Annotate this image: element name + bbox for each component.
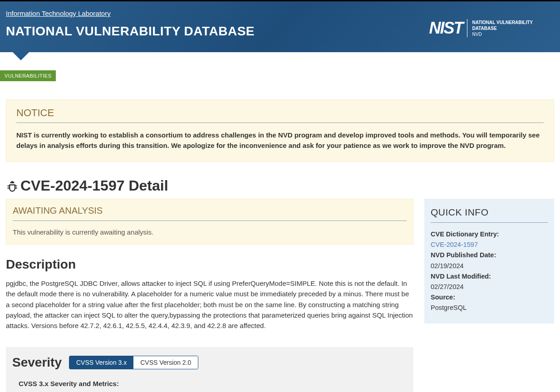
notice-box: NOTICE NIST is currently working to esta… <box>6 99 554 162</box>
tab-cvss3[interactable]: CVSS Version 3.x <box>69 356 133 369</box>
quick-info-box: QUICK INFO CVE Dictionary Entry: CVE-202… <box>424 199 554 323</box>
qi-modified-value: 02/27/2024 <box>431 282 548 292</box>
qi-modified-label: NVD Last Modified: <box>431 273 491 280</box>
cve-title: CVE-2024-1597 Detail <box>6 177 554 194</box>
bug-icon <box>6 180 19 192</box>
notice-heading: NOTICE <box>16 107 544 123</box>
nist-logo: NIST NATIONAL VULNERABILITY DATABASE NVD <box>429 19 533 38</box>
notice-text: NIST is currently working to establish a… <box>16 130 544 151</box>
severity-heading: Severity <box>12 355 62 370</box>
breadcrumb-vulnerabilities[interactable]: VULNERABILITIES <box>0 70 56 81</box>
awaiting-heading: AWAITING ANALYSIS <box>13 206 407 221</box>
qi-source-label: Source: <box>431 294 455 301</box>
cvss-tabs: CVSS Version 3.x CVSS Version 2.0 <box>69 356 198 369</box>
awaiting-text: This vulnerability is currently awaiting… <box>13 228 407 236</box>
awaiting-analysis-box: AWAITING ANALYSIS This vulnerability is … <box>6 199 413 245</box>
header: Information Technology Laboratory NATION… <box>0 1 560 52</box>
cvss3-subheading: CVSS 3.x Severity and Metrics: <box>19 380 407 387</box>
qi-entry-label: CVE Dictionary Entry: <box>431 230 499 238</box>
description-heading: Description <box>6 257 413 272</box>
tab-cvss2[interactable]: CVSS Version 2.0 <box>133 356 198 369</box>
qi-source-value: PostgreSQL <box>431 303 548 313</box>
severity-section: Severity CVSS Version 3.x CVSS Version 2… <box>6 347 413 392</box>
qi-published-value: 02/19/2024 <box>431 261 548 271</box>
itl-link[interactable]: Information Technology Laboratory <box>6 10 111 17</box>
dropdown-indicator-icon[interactable] <box>13 52 29 60</box>
qi-entry-link[interactable]: CVE-2024-1597 <box>431 241 478 248</box>
qi-published-label: NVD Published Date: <box>431 251 496 259</box>
quick-info-heading: QUICK INFO <box>431 207 548 223</box>
nist-logo-text: NIST <box>429 19 462 38</box>
description-text: pgjdbc, the PostgreSQL JDBC Driver, allo… <box>6 278 413 331</box>
